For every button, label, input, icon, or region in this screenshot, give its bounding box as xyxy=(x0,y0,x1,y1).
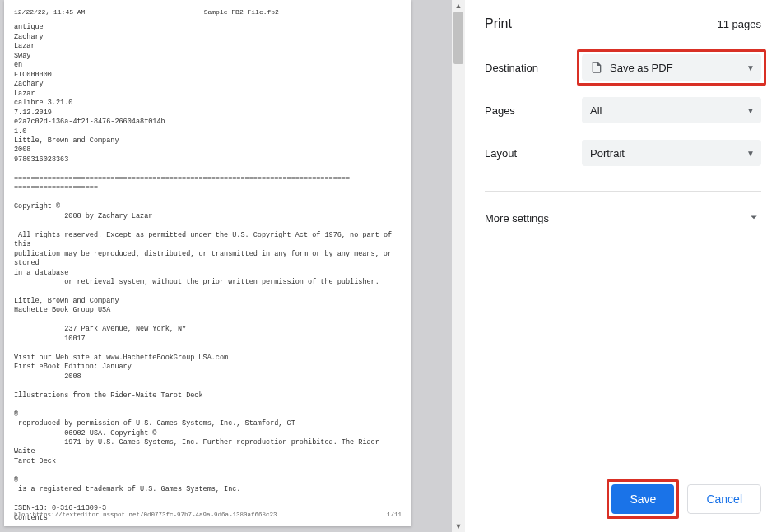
panel-header: Print 11 pages xyxy=(485,16,761,31)
page-header: 12/22/22, 11:45 AM Sample FB2 File.fb2 xyxy=(14,8,402,16)
chevron-down-icon: ▼ xyxy=(746,63,755,72)
chevron-down-icon: ▼ xyxy=(746,149,755,158)
chevron-down-icon xyxy=(746,210,761,227)
more-settings-label: More settings xyxy=(485,212,549,224)
divider xyxy=(485,191,761,192)
preview-page: 12/22/22, 11:45 AM Sample FB2 File.fb2 a… xyxy=(4,0,411,526)
print-preview-area: 12/22/22, 11:45 AM Sample FB2 File.fb2 a… xyxy=(0,0,465,532)
row-destination: Destination Save as PDF ▼ xyxy=(485,54,761,81)
page-footer-url: blob:https://texteditor.nsspot.net/0d077… xyxy=(14,511,277,520)
scroll-down-arrow[interactable]: ▼ xyxy=(452,520,465,532)
page-footer-pagenum: 1/11 xyxy=(387,511,402,520)
page-body-text: antique Zachary Lazar Sway en FIC000000 … xyxy=(14,23,402,532)
panel-footer: Save Cancel xyxy=(485,479,761,522)
preview-viewport: 12/22/22, 11:45 AM Sample FB2 File.fb2 a… xyxy=(0,0,465,532)
page-header-spacer xyxy=(397,8,402,16)
scroll-up-arrow[interactable]: ▲ xyxy=(452,0,465,12)
save-highlight: Save xyxy=(607,479,679,519)
destination-dropdown[interactable]: Save as PDF ▼ xyxy=(582,54,761,81)
pages-value: All xyxy=(590,104,602,117)
layout-label: Layout xyxy=(485,147,582,160)
page-header-title: Sample FB2 File.fb2 xyxy=(204,8,279,16)
row-pages: Pages All ▼ xyxy=(485,97,761,123)
save-button[interactable]: Save xyxy=(611,484,674,514)
pdf-icon xyxy=(590,61,603,74)
destination-label: Destination xyxy=(485,62,582,74)
chevron-down-icon: ▼ xyxy=(746,106,755,115)
print-settings-panel: Print 11 pages Destination Save as PDF ▼… xyxy=(465,0,781,532)
destination-value: Save as PDF xyxy=(610,62,673,74)
panel-title: Print xyxy=(485,16,512,31)
page-footer: blob:https://texteditor.nsspot.net/0d077… xyxy=(14,511,402,520)
pages-dropdown[interactable]: All ▼ xyxy=(582,97,761,123)
more-settings-toggle[interactable]: More settings xyxy=(485,205,761,232)
cancel-button[interactable]: Cancel xyxy=(687,484,761,514)
layout-value: Portrait xyxy=(590,147,625,160)
page-header-date: 12/22/22, 11:45 AM xyxy=(14,8,85,16)
destination-highlight: Save as PDF ▼ xyxy=(577,49,766,86)
pages-label: Pages xyxy=(485,104,582,117)
preview-scrollbar[interactable]: ▲ ▼ xyxy=(452,0,465,532)
row-layout: Layout Portrait ▼ xyxy=(485,140,761,166)
scroll-thumb[interactable] xyxy=(453,12,463,64)
panel-spacer xyxy=(485,232,761,479)
page-count: 11 pages xyxy=(718,18,762,30)
layout-dropdown[interactable]: Portrait ▼ xyxy=(582,140,761,166)
